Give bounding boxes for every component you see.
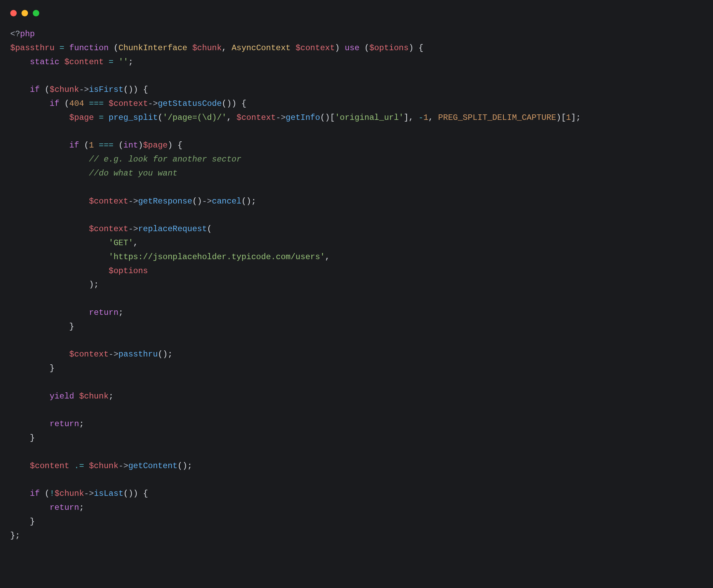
code-token: (	[158, 113, 163, 122]
code-token: ->	[84, 489, 94, 498]
code-token: !	[50, 489, 54, 498]
code-token: (	[158, 350, 163, 359]
code-token: cancel	[212, 197, 241, 206]
traffic-light-zoom-icon[interactable]	[33, 10, 39, 16]
code-token: .=	[74, 461, 84, 471]
code-token	[104, 113, 109, 122]
code-token: <?	[10, 29, 20, 39]
code-token: $chunk	[192, 43, 222, 53]
code-token: ->	[148, 99, 158, 108]
code-token	[340, 43, 345, 53]
code-token: (	[364, 43, 369, 53]
code-token: $passthru	[10, 43, 55, 53]
code-token: $chunk	[55, 489, 84, 498]
code-token: (	[123, 85, 128, 94]
code-token: ;	[168, 350, 172, 359]
code-token: return	[50, 419, 79, 429]
code-token: ->	[128, 224, 138, 234]
code-token: ->	[79, 85, 89, 94]
code-token	[10, 392, 50, 401]
code-token: ;	[109, 392, 113, 401]
code-token	[10, 141, 69, 150]
code-token: passthru	[118, 350, 158, 359]
code-token: $context	[69, 350, 109, 359]
code-token: }	[30, 433, 35, 443]
code-token	[40, 489, 44, 498]
code-token: )	[325, 113, 330, 122]
code-block[interactable]: <?php $passthru = function (ChunkInterfa…	[10, 27, 703, 543]
code-token	[40, 85, 44, 94]
code-token: ;	[118, 308, 123, 317]
code-token	[237, 99, 241, 108]
code-token: )	[246, 197, 251, 206]
code-token: (	[64, 99, 69, 108]
code-token: )	[232, 99, 236, 108]
code-token	[55, 43, 59, 53]
code-token: '/page=(\d)/'	[163, 113, 227, 122]
code-token: )	[128, 85, 133, 94]
code-token: ChunkInterface	[118, 43, 187, 53]
code-token: $context	[89, 224, 128, 234]
code-token: ;	[15, 531, 20, 540]
code-token	[433, 113, 438, 122]
code-token: (	[45, 489, 50, 498]
code-token: $context	[237, 113, 276, 122]
code-token	[10, 155, 89, 164]
code-token: (	[207, 224, 212, 234]
code-token	[104, 57, 109, 67]
code-token: }	[10, 531, 15, 540]
code-token: ===	[89, 99, 103, 108]
code-token: ->	[202, 197, 212, 206]
code-token	[74, 392, 79, 401]
code-token: {	[143, 489, 148, 498]
code-token	[138, 85, 143, 94]
code-token	[84, 461, 89, 471]
window-titlebar	[10, 8, 703, 18]
code-token	[414, 113, 418, 122]
code-token: )	[182, 461, 187, 471]
code-token: =	[99, 113, 103, 122]
code-token	[10, 350, 69, 359]
code-token: $page	[143, 141, 168, 150]
code-token: int	[123, 141, 138, 150]
code-token: ->	[276, 113, 286, 122]
code-token: AsyncContext	[232, 43, 291, 53]
code-token: )	[89, 280, 94, 289]
code-token: ;	[94, 280, 99, 289]
code-token: php	[20, 29, 35, 39]
code-token: ,	[222, 43, 226, 53]
code-token	[84, 99, 89, 108]
code-token: )	[227, 99, 232, 108]
code-token: 1	[566, 113, 571, 122]
code-token: getContent	[128, 461, 178, 471]
code-token: (	[84, 141, 89, 150]
code-token: if	[30, 489, 40, 498]
code-token	[10, 85, 30, 94]
code-token	[10, 169, 89, 178]
code-token: )	[133, 85, 138, 94]
code-token: )	[409, 43, 414, 53]
code-token: PREG_SPLIT_DELIM_CAPTURE	[438, 113, 556, 122]
code-token	[232, 113, 236, 122]
code-token: getResponse	[138, 197, 192, 206]
code-token: return	[50, 503, 79, 512]
code-token: ->	[109, 350, 118, 359]
code-token: -	[418, 113, 423, 122]
code-token	[227, 43, 232, 53]
traffic-light-minimize-icon[interactable]	[22, 10, 28, 16]
code-token: ;	[79, 419, 84, 429]
code-token: replaceRequest	[138, 224, 207, 234]
code-token: )	[128, 489, 133, 498]
code-token: 1	[423, 113, 428, 122]
code-token: (	[241, 197, 246, 206]
code-token	[94, 113, 99, 122]
traffic-light-close-icon[interactable]	[10, 10, 17, 16]
code-token: $content	[64, 57, 103, 67]
code-token	[138, 489, 143, 498]
code-token: ;	[251, 197, 256, 206]
code-token: {	[418, 43, 423, 53]
code-token: 'https://jsonplaceholder.typicode.com/us…	[109, 252, 325, 262]
code-token: 404	[69, 99, 84, 108]
code-token: isFirst	[89, 85, 123, 94]
code-token: (	[178, 461, 182, 471]
